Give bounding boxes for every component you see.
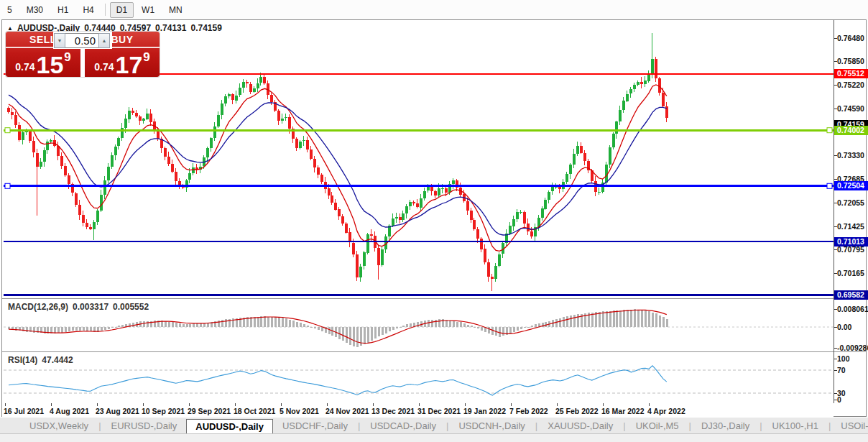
price-tick-label: 0.70795 [837, 245, 868, 254]
timeframe-H4[interactable]: H4 [76, 2, 100, 18]
tab-separator: | [358, 420, 360, 431]
price-tick-label: 0.72055 [837, 198, 868, 207]
ohlc-close: 0.74159 [190, 23, 221, 33]
date-tick [51, 403, 52, 406]
sell-price-big: 15 [36, 52, 63, 77]
toolbar-separator [105, 4, 106, 16]
date-label: 31 Dec 2021 [417, 407, 461, 415]
tab-usdchf-daily[interactable]: USDCHF-,Daily [273, 419, 357, 433]
sell-price-display[interactable]: 0.74 15 9 [6, 50, 80, 77]
tab-uk100-h1[interactable]: UK100-,H1 [763, 419, 828, 433]
macd-label: MACD(12,26,9)0.0033170.005552 [8, 302, 153, 312]
price-badge: 0.72504 [834, 181, 868, 190]
price-badge: 0.71013 [834, 237, 868, 247]
tab-separator: | [98, 420, 101, 431]
collapse-icon[interactable]: ▲ [7, 25, 13, 32]
price-tick-label: 0.70165 [837, 269, 868, 277]
date-tick [557, 403, 558, 406]
rsi-splitter[interactable] [2, 351, 866, 353]
date-tick [373, 403, 374, 406]
timeframe-MN[interactable]: MN [162, 2, 189, 18]
macd-tick-label: 0.00 [837, 323, 868, 331]
date-label: 24 Nov 2021 [326, 407, 369, 415]
tab-usoil-h1[interactable]: USOil-,H1 [831, 419, 868, 433]
tab-separator: | [828, 420, 831, 431]
price-tick-label: 0.75220 [837, 80, 868, 89]
tab-usdcad-daily[interactable]: USDCAD-,Daily [361, 419, 445, 433]
macd-name: MACD(12,26,9) [8, 302, 68, 312]
sell-price-prefix: 0.74 [15, 61, 34, 73]
buy-price-display[interactable]: 0.74 17 9 [85, 50, 160, 77]
date-label: 10 Sep 2021 [142, 407, 185, 415]
tab-dj30-daily[interactable]: DJ30-,Daily [692, 419, 759, 433]
date-axis-border [2, 402, 866, 402]
buy-price-prefix: 0.74 [94, 61, 114, 73]
tab-xauusd-daily[interactable]: XAUUSD-,Daily [538, 419, 622, 433]
price-tick-label: 0.76480 [837, 34, 868, 42]
tab-separator: | [535, 420, 537, 431]
timeframe-W1[interactable]: W1 [135, 2, 161, 18]
rsi-value: 47.4442 [42, 355, 73, 365]
mt4-window: 5M30H1H4D1W1MN ▲ AUDUSD-,Daily 0.74440 0… [0, 0, 868, 442]
rsi-name: RSI(14) [8, 355, 37, 365]
sell-price-sup: 9 [64, 50, 70, 65]
volume-control: ▼ ▲ [53, 32, 112, 49]
date-tick [5, 403, 6, 406]
buy-price-sup: 9 [143, 50, 149, 65]
price-tick-label: 0.73330 [837, 151, 868, 160]
volume-up-button[interactable]: ▲ [98, 33, 110, 48]
macd-value-main: 0.003317 [73, 302, 108, 312]
date-tick [465, 403, 466, 406]
tab-usdx-weekly[interactable]: USDX,Weekly [20, 419, 98, 433]
date-label: 18 Oct 2021 [234, 407, 275, 415]
one-click-trading-panel: SELL 0.74 15 9 BUY 0.74 17 9 ▼ ▲ [6, 32, 160, 77]
timeframe-D1[interactable]: D1 [110, 2, 134, 18]
price-tick-label: 0.75850 [837, 57, 868, 65]
macd-tick-label: -0.009286 [837, 344, 868, 352]
price-tick-label: 0.71425 [837, 222, 868, 231]
timeframe-5[interactable]: 5 [1, 2, 19, 18]
price-badge: 0.75512 [834, 69, 868, 78]
volume-down-button[interactable]: ▼ [54, 33, 65, 48]
tab-separator: | [760, 420, 762, 431]
date-label: 25 Feb 2022 [555, 407, 599, 415]
tab-eurusd-daily[interactable]: EURUSD-,Daily [102, 419, 187, 433]
timeframe-M30[interactable]: M30 [20, 2, 50, 18]
date-label: 4 Apr 2022 [647, 407, 685, 415]
rsi-tick-label: 100 [837, 354, 868, 363]
tab-ukoil-m5[interactable]: UKOil-,M5 [627, 419, 688, 433]
date-axis[interactable]: 16 Jul 20214 Aug 202123 Aug 202110 Sep 2… [2, 403, 834, 417]
tab-usdcnh-daily[interactable]: USDCNH-,Daily [449, 419, 534, 433]
date-label: 4 Aug 2021 [50, 407, 89, 415]
date-tick [327, 403, 328, 406]
macd-splitter[interactable] [2, 298, 866, 300]
volume-input[interactable] [65, 33, 98, 48]
date-tick [143, 403, 144, 406]
rsi-pane[interactable] [4, 354, 834, 402]
buy-price-big: 17 [115, 52, 142, 77]
status-strip [0, 433, 868, 442]
date-tick [97, 403, 98, 406]
tab-separator: | [446, 420, 448, 431]
date-label: 13 Dec 2021 [371, 407, 415, 415]
date-tick [189, 403, 190, 406]
date-label: 7 Feb 2022 [509, 407, 548, 415]
rsi-tick-label: 70 [837, 366, 868, 374]
price-tick-label: 0.74590 [837, 104, 868, 113]
macd-tick-label: 0.008061 [837, 305, 868, 313]
date-label: 23 Aug 2021 [96, 407, 139, 415]
date-tick [649, 403, 650, 406]
date-label: 16 Jul 2021 [4, 407, 44, 415]
macd-value-signal: 0.005552 [113, 302, 149, 312]
timeframe-H1[interactable]: H1 [51, 2, 75, 18]
date-tick [511, 403, 512, 406]
rsi-label: RSI(14)47.4442 [8, 355, 78, 365]
date-tick [603, 403, 604, 406]
timeframe-toolbar: 5M30H1H4D1W1MN [0, 0, 868, 19]
tab-audusd-daily[interactable]: AUDUSD-,Daily [186, 419, 273, 434]
chart-tabs-bar: USDX,Weekly|EURUSD-,DailyAUDUSD-,DailyUS… [0, 418, 868, 433]
date-label: 16 Mar 2022 [601, 407, 645, 415]
price-badge: 0.69582 [834, 290, 868, 300]
date-tick [235, 403, 236, 406]
date-tick [419, 403, 420, 406]
